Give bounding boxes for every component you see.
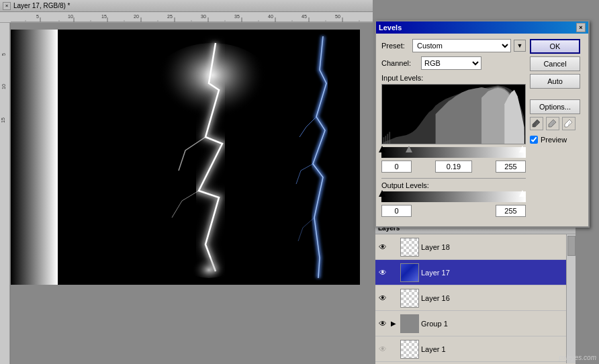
image-panel-mid [138, 30, 286, 285]
layer-visibility-toggle[interactable]: 👁 [377, 241, 389, 253]
layer-visibility-toggle[interactable]: 👁 [377, 318, 389, 330]
layer-name: Layer 18 [421, 243, 574, 251]
ok-button[interactable]: OK [530, 39, 580, 54]
svg-text:25: 25 [167, 14, 173, 19]
layer-item[interactable]: 👁 ▶ Group 1 [375, 311, 575, 336]
layers-scroll-thumb[interactable] [567, 236, 575, 256]
image-area [11, 30, 367, 359]
input-white-value[interactable]: 255 [496, 161, 526, 173]
channel-label: Channel: [381, 59, 418, 67]
preset-select[interactable]: Custom [412, 39, 511, 52]
watermark: pxleyes.com [559, 354, 596, 361]
layer-item[interactable]: 👁 Layer 16 [375, 285, 575, 311]
levels-dialog: Levels × Preset: Custom ▼ Channel: RGB I… [375, 20, 590, 228]
output-white-value[interactable]: 255 [496, 205, 526, 217]
divider [381, 178, 526, 179]
eyedropper-row [530, 117, 583, 130]
ruler-vertical: 5 10 15 [0, 23, 11, 364]
canvas-content [11, 23, 373, 364]
layer-name: Layer 16 [421, 294, 574, 302]
svg-text:45: 45 [302, 14, 307, 19]
input-levels-slider[interactable] [381, 147, 526, 158]
svg-text:20: 20 [134, 14, 139, 19]
output-slider-container [381, 191, 526, 202]
ruler-horizontal: 5 10 15 20 25 30 35 40 45 50 [0, 12, 373, 23]
image-panel-left [11, 30, 138, 285]
levels-body: Preset: Custom ▼ Channel: RGB Input Leve… [376, 34, 588, 226]
cancel-button[interactable]: Cancel [530, 56, 580, 71]
svg-rect-40 [286, 30, 360, 285]
input-levels-label: Input Levels: [381, 74, 526, 82]
histogram [381, 84, 526, 144]
layer-expand-arrow[interactable]: ▶ [389, 318, 398, 330]
layer-visibility-toggle[interactable]: 👁 [377, 267, 389, 279]
input-white-thumb[interactable] [519, 146, 526, 152]
svg-text:5: 5 [36, 14, 39, 19]
input-black-value[interactable]: 0 [381, 161, 412, 173]
preset-label: Preset: [381, 42, 410, 50]
layer-visibility-toggle[interactable]: 👁 [377, 292, 389, 304]
layer-arrow [389, 292, 398, 304]
preset-row: Preset: Custom ▼ [381, 39, 526, 52]
layer-visibility-toggle[interactable]: 👁 [377, 343, 389, 355]
gradient-overlay [11, 30, 58, 285]
output-levels-slider[interactable] [381, 191, 526, 202]
svg-text:50: 50 [335, 14, 340, 19]
channel-row: Channel: RGB [381, 56, 526, 70]
layer-thumbnail [400, 238, 419, 257]
levels-title-text: Levels [379, 24, 402, 32]
svg-text:30: 30 [201, 14, 206, 19]
input-values-row: 0 0.19 255 [381, 161, 526, 173]
input-mid-thumb[interactable] [406, 146, 412, 152]
layer-arrow [389, 267, 398, 279]
layer-name: Layer 1 [421, 345, 574, 353]
preview-label: Preview [541, 136, 567, 144]
main-close-button[interactable]: × [3, 2, 11, 10]
white-eyedropper[interactable] [562, 117, 575, 130]
options-button[interactable]: Options... [530, 99, 580, 114]
layer-item[interactable]: 👁 Layer 18 [375, 234, 575, 260]
layer-thumbnail [400, 289, 419, 308]
output-black-value[interactable]: 0 [381, 205, 412, 217]
output-levels-label: Output Levels: [381, 181, 526, 189]
output-white-thumb[interactable] [519, 190, 526, 197]
main-title: Layer 17, RGB/8) * [13, 2, 70, 9]
levels-buttons: OK Cancel Auto Options... [530, 39, 583, 221]
layer-arrow [389, 343, 398, 355]
levels-controls-left: Preset: Custom ▼ Channel: RGB Input Leve… [381, 39, 526, 221]
layer-thumbnail [400, 263, 419, 282]
levels-title-bar: Levels × [376, 21, 588, 34]
svg-point-39 [175, 224, 242, 278]
main-title-bar: × Layer 17, RGB/8) * [0, 0, 373, 12]
output-black-thumb[interactable] [379, 190, 385, 197]
layer-arrow [389, 241, 398, 253]
input-mid-value[interactable]: 0.19 [435, 161, 472, 173]
layer-name: Layer 17 [421, 269, 574, 277]
svg-text:35: 35 [234, 14, 240, 19]
svg-text:15: 15 [101, 14, 107, 19]
layer-item[interactable]: 👁 Layer 1 [375, 336, 575, 362]
layer-thumbnail [400, 314, 419, 333]
preset-menu-button[interactable]: ▼ [514, 40, 526, 52]
svg-text:10: 10 [1, 84, 6, 89]
layer-item[interactable]: 👁 Layer 17 [375, 260, 575, 285]
preview-row: Preview [530, 136, 583, 144]
svg-text:15: 15 [1, 118, 5, 123]
layer-name: Group 1 [421, 320, 574, 328]
input-slider-container [381, 147, 526, 158]
black-eyedropper[interactable] [530, 117, 543, 130]
auto-button[interactable]: Auto [530, 74, 580, 89]
svg-text:5: 5 [1, 53, 6, 56]
svg-text:40: 40 [268, 14, 273, 19]
input-black-thumb[interactable] [379, 146, 385, 152]
options-separator [530, 91, 583, 97]
levels-close-button[interactable]: × [576, 23, 586, 32]
layers-scrollbar[interactable] [566, 234, 575, 363]
preview-checkbox[interactable] [530, 136, 538, 144]
output-values-row: 0 255 [381, 205, 526, 217]
channel-select[interactable]: RGB [421, 56, 481, 70]
gray-eyedropper[interactable] [546, 117, 559, 130]
image-panel-right [286, 30, 360, 285]
layers-panel: Layers 👁 Layer 18 👁 Layer 17 👁 Layer 16 … [375, 222, 576, 364]
svg-text:10: 10 [68, 14, 73, 19]
